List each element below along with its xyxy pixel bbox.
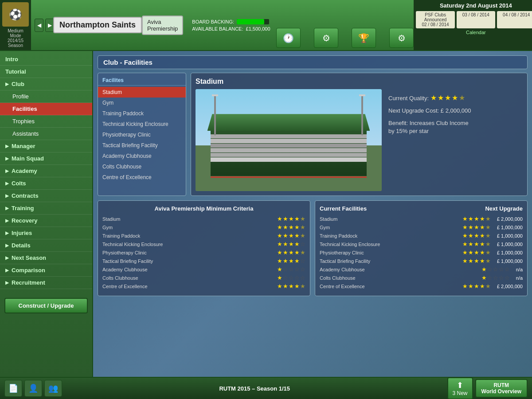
star-half: ★ [485,232,491,239]
star-full: ★ [283,249,288,256]
sidebar-item-training[interactable]: ▶Training [0,202,92,215]
star-3: ★ [445,94,451,102]
group-icon-btn[interactable]: 👥 [44,380,62,397]
star-full: ★ [474,232,479,239]
main-layout: IntroTutorial▶ClubProfileFacilitiesTroph… [0,51,532,377]
star-half: ★ [300,215,305,222]
star-empty: ☆ [300,266,305,273]
criteria-row-name: Colts Clubhouse [102,275,274,281]
stars-display: ★★★★★ [277,283,305,289]
floodlight-top-right [359,94,365,96]
stars-display: ★★★★★ [462,215,491,222]
star-empty: ☆ [499,274,504,281]
arrow-icon: ▶ [5,280,9,285]
sidebar-item-details[interactable]: ▶Details [0,239,92,252]
stars-display: ★★★★★ [277,232,305,239]
star-full: ★ [474,241,479,247]
sidebar-item-recruitment[interactable]: ▶Recruitment [0,277,92,289]
calendar-label: Calendar [416,30,532,35]
star-empty: ☆ [289,266,294,273]
star-empty: ☆ [493,266,498,273]
facility-item-technical-kicking[interactable]: Technical Kicking Enclosure [98,119,186,129]
sidebar-item-academy[interactable]: ▶Academy [0,165,92,177]
sidebar-item-manager[interactable]: ▶Manager [0,140,92,153]
sidebar-item-intro[interactable]: Intro [0,53,92,66]
sidebar-item-main-squad[interactable]: ▶Main Squad [0,153,92,165]
stars-display: ★☆☆☆☆ [277,266,305,273]
new-button[interactable]: ⬆ 3 New [447,377,473,399]
facility-item-tactical-briefing[interactable]: Tactical Briefing Facility [98,140,186,151]
stars-display: ★★★★★ [462,258,491,264]
sidebar-item-comparison[interactable]: ▶Comparison [0,264,92,277]
bottom-panels: Aviva Premiership Minimum Criteria Stadi… [98,200,528,296]
stand-roof [207,114,370,131]
criteria-row: Academy Clubhouse★☆☆☆☆ [102,266,305,273]
star-full: ★ [474,258,479,264]
facility-item-centre-excellence[interactable]: Centre of Excellence [98,172,186,183]
world-overview-button[interactable]: RUTM World Overview [475,379,528,398]
star-2: ★ [438,94,444,102]
star-full: ★ [289,232,294,239]
settings-icon-btn[interactable]: ⚙ [389,28,414,48]
sidebar-item-trophies[interactable]: Trophies [0,115,92,128]
prev-arrow[interactable]: ◀ [35,19,43,32]
current-row-name: Gym [320,225,460,230]
arrow-icon: ▶ [5,218,9,223]
quality-label: Current Quality: [388,95,429,102]
upgrade-price: £ 1,000,000 [497,225,523,230]
sidebar-item-recovery[interactable]: ▶Recovery [0,215,92,227]
history-icon-btn[interactable]: 🕐 [276,28,301,48]
sidebar-item-contracts[interactable]: ▶Contracts [0,190,92,202]
stars-display: ★★★★★ [462,283,491,289]
current-row: Physiotherapy Clinic★★★★★£ 1,000,000 [320,249,523,256]
person-icon-btn[interactable]: 👤 [24,380,42,397]
sidebar-item-next-season[interactable]: ▶Next Season [0,252,92,264]
arrow-icon: ▶ [5,243,9,248]
sidebar-item-facilities[interactable]: Facilities [0,103,92,115]
doc-icon-btn[interactable]: 📄 [4,380,22,397]
facility-item-academy-clubhouse[interactable]: Academy Clubhouse [98,151,186,161]
next-upgrade-header: Next Upgrade [485,205,523,212]
stars-display: ★★★★★ [462,224,491,231]
facility-item-gym[interactable]: Gym [98,98,186,108]
tactics-icon-btn[interactable]: ⚙ [314,28,338,48]
criteria-row-name: Stadium [102,216,274,222]
criteria-row: Stadium★★★★★ [102,215,305,222]
star-empty: ☆ [283,274,288,281]
star-full: ★ [474,249,479,256]
stadium-content: Current Quality: ★ ★ ★ ★ ★ Nex [196,89,523,191]
star-empty: ☆ [300,241,305,247]
facility-item-stadium[interactable]: Stadium [98,87,186,98]
star-full: ★ [294,249,300,256]
calendar-event-2: 04 / 08 / 2014 [497,11,532,28]
floodlight-top-left [212,94,218,96]
star-empty: ☆ [499,266,504,273]
star-half: ★ [300,249,305,256]
sidebar-item-injuries[interactable]: ▶Injuries [0,227,92,239]
facility-item-physiotherapy[interactable]: Physiotherapy Clinic [98,129,186,140]
stadium-title: Stadium [196,78,523,86]
new-label: 3 New [453,390,468,396]
star-full: ★ [289,241,294,247]
star-full: ★ [480,241,485,247]
facility-item-colts-clubhouse[interactable]: Colts Clubhouse [98,161,186,172]
sidebar-item-club[interactable]: ▶Club [0,78,92,90]
star-full: ★ [277,283,282,289]
sidebar-item-profile[interactable]: Profile [0,90,92,103]
sidebar-item-assistants[interactable]: Assistants [0,128,92,140]
sidebar-item-colts[interactable]: ▶Colts [0,177,92,190]
stadium-info: Current Quality: ★ ★ ★ ★ ★ Nex [388,89,523,191]
star-half: ★ [485,258,491,264]
upgrade-cost: Next Upgrade Cost: £ 2,000,000 [388,107,523,114]
facility-item-training-paddock[interactable]: Training Paddock [98,108,186,119]
construct-upgrade-button[interactable]: Construct / Upgrade [4,298,88,313]
arrow-icon: ▶ [5,231,9,235]
star-full: ★ [481,266,487,273]
star-full: ★ [480,232,485,239]
star-full: ★ [468,224,473,231]
sidebar-item-tutorial[interactable]: Tutorial [0,66,92,78]
criteria-row: Physiotherapy Clinic★★★★★ [102,249,305,256]
star-empty: ☆ [505,274,510,281]
next-arrow[interactable]: ▶ [45,19,54,32]
trophy-icon-btn[interactable]: 🏆 [352,28,376,48]
